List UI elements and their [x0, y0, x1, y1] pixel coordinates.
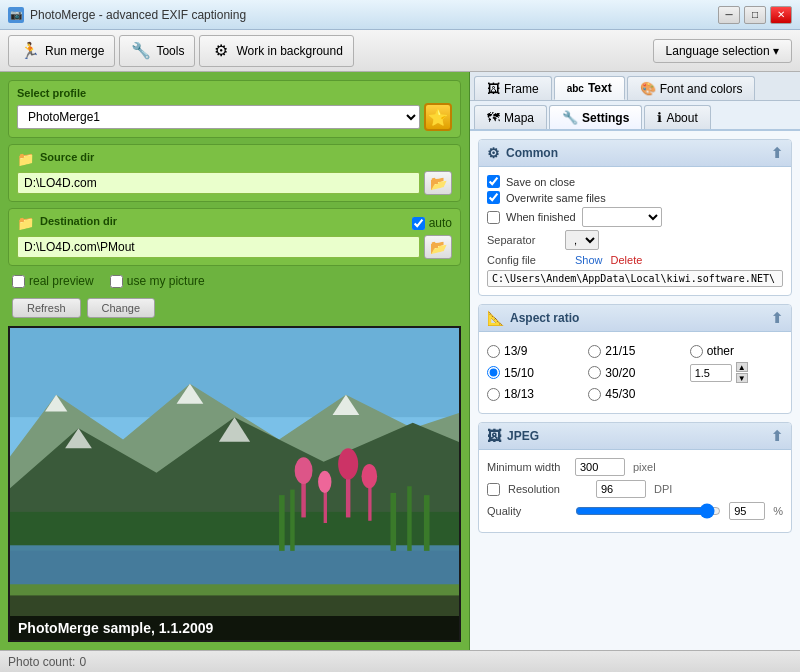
jpeg-section-header: 🖼 JPEG ⬆ [479, 423, 791, 450]
min-width-label: Minimum width [487, 461, 567, 473]
tab-frame[interactable]: 🖼 Frame [474, 76, 552, 100]
app-icon: 📷 [8, 7, 24, 23]
dest-dir-section: 📁 Destination dir auto D:\LO4D.com\PMout… [8, 208, 461, 266]
common-collapse-button[interactable]: ⬆ [771, 145, 783, 161]
tab-font-colors[interactable]: 🎨 Font and colors [627, 76, 756, 100]
preview-area: PhotoMerge sample, 1.1.2009 [8, 326, 461, 642]
aspect-13-9-radio[interactable] [487, 345, 500, 358]
source-dir-label: Source dir [40, 151, 94, 163]
dest-dir-browse-button[interactable]: 📂 [424, 235, 452, 259]
aspect-spin-input[interactable] [690, 364, 732, 382]
aspect-45-30-radio[interactable] [588, 388, 601, 401]
background-icon: ⚙ [210, 40, 232, 62]
aspect-15-10-radio[interactable] [487, 366, 500, 379]
resolution-checkbox[interactable] [487, 483, 500, 496]
mapa-tab-icon: 🗺 [487, 110, 500, 125]
tools-button[interactable]: 🔧 Tools [119, 35, 195, 67]
maximize-button[interactable]: □ [744, 6, 766, 24]
tab-bar-top: 🖼 Frame abc Text 🎨 Font and colors [470, 72, 800, 101]
settings-tab-label: Settings [582, 111, 629, 125]
settings-tab-icon: 🔧 [562, 110, 578, 125]
aspect-other-radio[interactable] [690, 345, 703, 358]
common-section-title: Common [506, 146, 558, 160]
save-on-close-checkbox[interactable] [487, 175, 500, 188]
run-merge-label: Run merge [45, 44, 104, 58]
run-merge-button[interactable]: 🏃 Run merge [8, 35, 115, 67]
text-tab-icon: abc [567, 83, 584, 94]
when-finished-checkbox[interactable] [487, 211, 500, 224]
svg-point-17 [338, 448, 358, 479]
real-preview-checkbox[interactable] [12, 275, 25, 288]
tools-icon: 🔧 [130, 40, 152, 62]
about-tab-icon: ℹ [657, 110, 662, 125]
config-delete-link[interactable]: Delete [611, 254, 643, 266]
overwrite-files-label: Overwrite same files [506, 192, 606, 204]
auto-label: auto [429, 216, 452, 230]
config-path-input[interactable]: C:\Users\Andem\AppData\Local\kiwi.softwa… [487, 270, 783, 287]
language-selection-button[interactable]: Language selection ▾ [653, 39, 792, 63]
toolbar: 🏃 Run merge 🔧 Tools ⚙ Work in background… [0, 30, 800, 72]
preview-image [10, 328, 459, 640]
work-in-background-button[interactable]: ⚙ Work in background [199, 35, 354, 67]
aspect-13-9: 13/9 [487, 344, 580, 358]
spin-up-button[interactable]: ▲ [736, 362, 748, 372]
tab-text[interactable]: abc Text [554, 76, 625, 100]
tab-about[interactable]: ℹ About [644, 105, 710, 129]
minimize-button[interactable]: ─ [718, 6, 740, 24]
photo-count-value: 0 [79, 655, 86, 669]
auto-checkbox[interactable] [412, 217, 425, 230]
source-dir-section: 📁 Source dir D:\LO4D.com 📂 [8, 144, 461, 202]
refresh-button[interactable]: Refresh [12, 298, 81, 318]
change-button[interactable]: Change [87, 298, 156, 318]
separator-select[interactable]: , [565, 230, 599, 250]
work-in-background-label: Work in background [236, 44, 343, 58]
text-tab-label: Text [588, 81, 612, 95]
source-dir-browse-button[interactable]: 📂 [424, 171, 452, 195]
tab-mapa[interactable]: 🗺 Mapa [474, 105, 547, 129]
aspect-30-20-radio[interactable] [588, 366, 601, 379]
window-controls: ─ □ ✕ [718, 6, 792, 24]
resolution-unit: DPI [654, 483, 672, 495]
status-bar: Photo count: 0 [0, 650, 800, 672]
common-section-icon: ⚙ [487, 145, 500, 161]
source-dir-icon: 📁 [17, 151, 34, 167]
window-title: PhotoMerge - advanced EXIF captioning [30, 8, 246, 22]
resolution-input[interactable]: 96 [596, 480, 646, 498]
config-show-link[interactable]: Show [575, 254, 603, 266]
aspect-15-10: 15/10 [487, 362, 580, 383]
source-dir-input[interactable]: D:\LO4D.com [17, 172, 420, 194]
when-finished-label: When finished [506, 211, 576, 223]
real-preview-label: real preview [29, 274, 94, 288]
spin-down-button[interactable]: ▼ [736, 373, 748, 383]
min-width-input[interactable]: 300 [575, 458, 625, 476]
jpeg-collapse-button[interactable]: ⬆ [771, 428, 783, 444]
profile-star-button[interactable]: ⭐ [424, 103, 452, 131]
use-my-picture-checkbox[interactable] [110, 275, 123, 288]
quality-input[interactable]: 95 [729, 502, 765, 520]
svg-rect-20 [279, 495, 285, 551]
profile-section: Select profile PhotoMerge1 ⭐ [8, 80, 461, 138]
run-merge-icon: 🏃 [19, 40, 41, 62]
overwrite-files-checkbox[interactable] [487, 191, 500, 204]
aspect-ratio-section: 📐 Aspect ratio ⬆ 13/9 21/15 [478, 304, 792, 414]
when-finished-select[interactable] [582, 207, 662, 227]
jpeg-section-title: JPEG [507, 429, 539, 443]
close-button[interactable]: ✕ [770, 6, 792, 24]
aspect-21-15-radio[interactable] [588, 345, 601, 358]
dest-dir-input[interactable]: D:\LO4D.com\PMout [17, 236, 420, 258]
when-finished-row: When finished [487, 207, 783, 227]
aspect-ratio-body: 13/9 21/15 other 15/10 [479, 332, 791, 413]
quality-slider[interactable] [575, 504, 721, 518]
preview-caption: PhotoMerge sample, 1.1.2009 [10, 616, 459, 640]
quality-unit: % [773, 505, 783, 517]
jpeg-section: 🖼 JPEG ⬆ Minimum width 300 pixel Resolut… [478, 422, 792, 533]
separator-label: Separator [487, 234, 557, 246]
aspect-18-13-radio[interactable] [487, 388, 500, 401]
profile-select[interactable]: PhotoMerge1 [17, 105, 420, 129]
svg-point-13 [295, 457, 313, 484]
aspect-ratio-collapse-button[interactable]: ⬆ [771, 310, 783, 326]
svg-rect-21 [290, 490, 294, 551]
quality-row: Quality 95 % [487, 502, 783, 520]
tools-label: Tools [156, 44, 184, 58]
tab-settings[interactable]: 🔧 Settings [549, 105, 642, 129]
